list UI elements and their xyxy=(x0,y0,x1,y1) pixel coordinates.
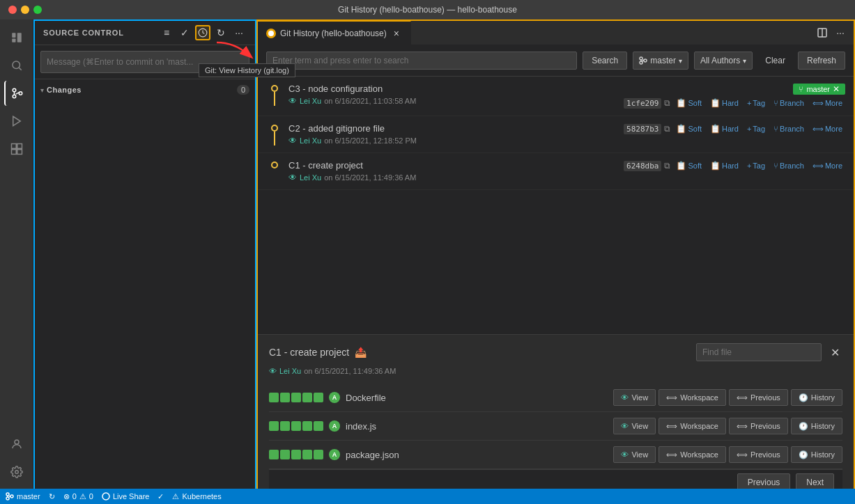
branch-button[interactable]: master ▾ xyxy=(633,52,688,70)
changes-header[interactable]: ▾ Changes 0 xyxy=(40,82,249,97)
warning-icon: ⚠ xyxy=(79,492,86,501)
branch-action-btn[interactable]: ⑂ Branch xyxy=(771,161,807,171)
search-button[interactable]: Search xyxy=(583,52,627,70)
more-btn[interactable]: ··· xyxy=(833,25,848,40)
table-row[interactable]: C2 - added gitignore file 👁 Lei Xu on 6/… xyxy=(258,116,854,153)
history-btn[interactable]: 🕐 History xyxy=(791,446,842,463)
hard-btn[interactable]: 📋 Hard xyxy=(707,97,741,109)
source-control-check-btn[interactable]: ✓ xyxy=(177,25,192,40)
previous-btn[interactable]: ⟺ Previous xyxy=(729,389,788,406)
badge-close-btn[interactable]: ✕ xyxy=(833,84,840,94)
tab-bar: Git History (hello-boathouse) × ··· xyxy=(258,21,854,45)
copy-icon[interactable]: ⧉ xyxy=(664,98,670,108)
sidebar-item-account[interactable] xyxy=(4,432,29,457)
refresh-button[interactable]: Refresh xyxy=(798,52,845,70)
previous-btn[interactable]: ⟺ Previous xyxy=(729,418,788,434)
soft-btn[interactable]: 📋 Soft xyxy=(673,160,704,171)
git-view-history-btn[interactable] xyxy=(195,25,210,40)
export-icon: 📤 xyxy=(355,347,367,358)
refresh-btn[interactable]: ↻ xyxy=(213,25,229,40)
workspace-btn[interactable]: ⟺ Workspace xyxy=(658,418,726,434)
soft-btn[interactable]: 📋 Soft xyxy=(673,123,704,134)
soft-btn[interactable]: 📋 Soft xyxy=(673,97,704,109)
live-share-label: Live Share xyxy=(113,492,150,501)
status-bar xyxy=(291,450,301,459)
view-btn[interactable]: 👁 View xyxy=(613,389,656,406)
copy-icon[interactable]: ⧉ xyxy=(664,161,670,171)
commit-actions: 📋 Soft 📋 Hard + Tag ⑂ Branch ⟺ More xyxy=(673,123,845,134)
view-btn[interactable]: 👁 View xyxy=(613,446,656,463)
sidebar-item-extensions[interactable] xyxy=(4,136,29,162)
tag-btn[interactable]: + Tag xyxy=(744,161,768,171)
sidebar-item-source-control[interactable] xyxy=(4,81,29,106)
commit-content: C3 - node configuration 👁 Lei Xu on 6/16… xyxy=(288,84,618,106)
svg-rect-2 xyxy=(17,33,21,42)
minimize-btn[interactable] xyxy=(21,6,29,14)
errors-status[interactable]: ⊗ 0 ⚠ 0 xyxy=(63,492,93,501)
shield-status[interactable]: ✓ xyxy=(157,492,164,501)
maximize-btn[interactable] xyxy=(33,6,42,14)
hard-btn[interactable]: 📋 Hard xyxy=(707,160,741,171)
commit-hash-row: 58287b3 ⧉ 📋 Soft 📋 Hard + Tag xyxy=(624,123,845,134)
eye-icon: 👁 xyxy=(288,136,297,145)
git-history-tab[interactable]: Git History (hello-boathouse) × xyxy=(258,21,411,45)
source-control-menu-btn[interactable]: ≡ xyxy=(159,25,174,40)
search-input[interactable] xyxy=(266,52,577,70)
svg-point-5 xyxy=(13,88,16,92)
more-actions-btn[interactable]: ··· xyxy=(231,25,247,40)
live-share-status[interactable]: Live Share xyxy=(102,492,150,501)
close-btn[interactable] xyxy=(8,6,17,14)
tag-btn[interactable]: + Tag xyxy=(744,124,768,134)
sidebar-item-run[interactable] xyxy=(4,109,29,134)
svg-point-7 xyxy=(19,92,22,95)
more-action-btn[interactable]: ⟺ More xyxy=(810,98,845,109)
workspace-btn[interactable]: ⟺ Workspace xyxy=(658,389,726,406)
history-btn[interactable]: 🕐 History xyxy=(791,418,842,434)
commit-title: C1 - create project xyxy=(288,160,618,171)
previous-btn[interactable]: ⟺ Previous xyxy=(729,446,788,463)
find-file-input[interactable] xyxy=(696,343,822,361)
more-action-btn[interactable]: ⟺ More xyxy=(810,124,845,134)
branch-action-btn[interactable]: ⑂ Branch xyxy=(771,124,807,134)
branch-status[interactable]: master xyxy=(6,492,40,501)
workspace-btn[interactable]: ⟺ Workspace xyxy=(658,446,726,463)
master-label: master xyxy=(806,85,830,93)
status-bars xyxy=(269,421,323,431)
hard-btn[interactable]: 📋 Hard xyxy=(707,123,741,134)
sidebar-item-search[interactable] xyxy=(4,53,29,78)
sidebar-item-explorer[interactable] xyxy=(4,25,29,50)
branch-action-btn[interactable]: ⑂ Branch xyxy=(771,98,807,108)
git-icon xyxy=(266,29,276,38)
file-status-badge: A xyxy=(329,420,340,432)
status-bar xyxy=(280,421,290,431)
view-icon: 👁 xyxy=(621,393,629,402)
status-bar xyxy=(280,393,290,402)
history-btn[interactable]: 🕐 History xyxy=(791,389,842,406)
svg-point-26 xyxy=(102,493,109,500)
table-row[interactable]: C3 - node configuration 👁 Lei Xu on 6/16… xyxy=(258,77,854,116)
commit-author: Lei Xu xyxy=(300,136,321,145)
kubernetes-status[interactable]: ⚠ Kubernetes xyxy=(172,492,221,501)
file-name: package.json xyxy=(346,450,613,460)
commit-graph xyxy=(266,85,283,106)
status-bar: master ↻ ⊗ 0 ⚠ 0 Live Share ✓ ⚠ Kubernet… xyxy=(0,489,855,504)
copy-icon[interactable]: ⧉ xyxy=(664,124,670,134)
table-row[interactable]: C1 - create project 👁 Lei Xu on 6/15/202… xyxy=(258,153,854,190)
search-bar: Search master ▾ All Authors ▾ Clear Refr… xyxy=(258,45,854,77)
warning-triangle-icon: ⚠ xyxy=(172,492,179,501)
split-editor-btn[interactable] xyxy=(815,25,830,40)
history-icon: 🕐 xyxy=(799,393,808,402)
more-action-btn[interactable]: ⟺ More xyxy=(810,161,845,171)
authors-button[interactable]: All Authors ▾ xyxy=(694,52,753,70)
commit-hash-row: 1cfe209 ⧉ 📋 Soft 📋 Hard xyxy=(624,97,845,109)
detail-close-btn[interactable]: ✕ xyxy=(827,345,842,360)
view-btn[interactable]: 👁 View xyxy=(613,418,656,434)
commit-detail: C1 - create project 📤 ✕ 👁 Lei Xu on 6/15… xyxy=(258,334,854,503)
sync-status[interactable]: ↻ xyxy=(49,492,55,501)
commit-right: 6248dba ⧉ 📋 Soft 📋 Hard + Tag xyxy=(624,160,845,171)
tab-close-btn[interactable]: × xyxy=(391,28,402,39)
hard-icon: 📋 xyxy=(710,98,721,108)
sidebar-item-settings[interactable] xyxy=(4,459,29,485)
tag-btn[interactable]: + Tag xyxy=(744,98,768,108)
clear-button[interactable]: Clear xyxy=(758,52,792,70)
